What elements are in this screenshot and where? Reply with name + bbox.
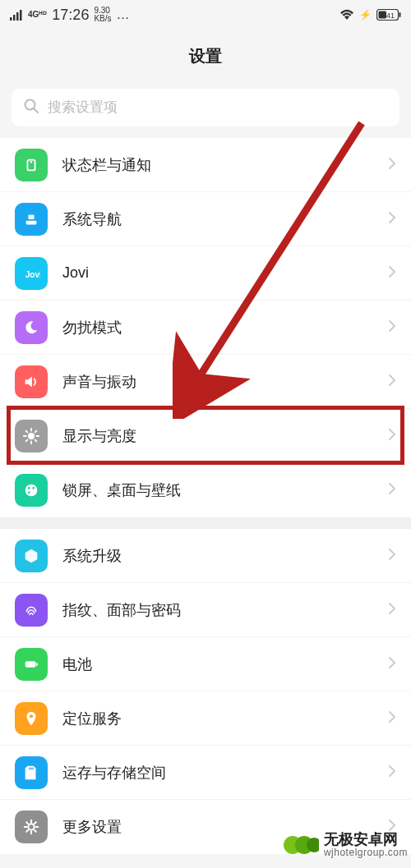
search-box[interactable] bbox=[12, 89, 399, 126]
battery-indicator: 41 bbox=[376, 9, 401, 21]
settings-row-label: 电池 bbox=[62, 654, 388, 674]
svg-rect-6 bbox=[379, 11, 387, 19]
chevron-right-icon bbox=[388, 157, 396, 173]
settings-row-statusbar[interactable]: 状态栏与通知 bbox=[0, 138, 411, 192]
chevron-right-icon bbox=[388, 710, 396, 727]
svg-rect-5 bbox=[399, 12, 401, 17]
svg-rect-0 bbox=[10, 17, 12, 21]
settings-row-sysnav[interactable]: 系统导航 bbox=[0, 192, 411, 246]
settings-row-label: 系统升级 bbox=[62, 546, 388, 566]
brightness-icon bbox=[15, 420, 48, 452]
settings-row-dnd[interactable]: 勿扰模式 bbox=[0, 301, 411, 355]
svg-point-8 bbox=[25, 100, 35, 110]
settings-row-label: 显示与亮度 bbox=[62, 426, 388, 446]
chevron-right-icon bbox=[388, 548, 396, 564]
settings-row-battery[interactable]: 电池 bbox=[0, 637, 411, 691]
settings-row-label: 声音与振动 bbox=[62, 372, 388, 392]
chevron-right-icon bbox=[388, 656, 396, 673]
settings-row-label: 状态栏与通知 bbox=[62, 155, 388, 175]
status-right: ⚡ 41 bbox=[339, 9, 401, 21]
chevron-right-icon bbox=[388, 374, 396, 390]
settings-row-sysupgrade[interactable]: 系统升级 bbox=[0, 529, 411, 583]
chevron-right-icon bbox=[388, 211, 396, 227]
chevron-right-icon bbox=[388, 765, 396, 781]
palette-icon bbox=[15, 474, 48, 507]
svg-line-9 bbox=[35, 109, 39, 113]
signal-icon bbox=[10, 9, 23, 21]
pin-icon bbox=[15, 702, 48, 735]
chevron-right-icon bbox=[388, 602, 396, 618]
watermark-logo-icon bbox=[283, 827, 319, 863]
wifi-icon bbox=[339, 9, 354, 21]
settings-row-label: 指纹、面部与密码 bbox=[62, 600, 388, 620]
gear-icon bbox=[15, 811, 48, 843]
moon-icon bbox=[15, 311, 48, 344]
fingerprint-icon bbox=[15, 594, 48, 627]
notification-icon bbox=[15, 149, 48, 181]
settings-group: 系统升级指纹、面部与密码电池定位服务运存与存储空间更多设置 bbox=[0, 529, 411, 854]
battery-icon bbox=[15, 648, 48, 681]
svg-text:41: 41 bbox=[386, 11, 395, 20]
sd-icon bbox=[15, 756, 48, 789]
net-speed-unit: KB/s bbox=[94, 15, 111, 23]
settings-row-jovi[interactable]: Jovi bbox=[0, 246, 411, 301]
search-input[interactable] bbox=[48, 99, 388, 116]
chevron-right-icon bbox=[388, 428, 396, 444]
settings-row-sound[interactable]: 声音与振动 bbox=[0, 355, 411, 409]
search-container bbox=[0, 82, 411, 138]
chevron-right-icon bbox=[388, 482, 396, 498]
settings-row-label: 运存与存储空间 bbox=[62, 763, 388, 783]
chevron-right-icon bbox=[388, 265, 396, 282]
settings-row-location[interactable]: 定位服务 bbox=[0, 691, 411, 746]
volume-icon bbox=[15, 365, 48, 398]
network-label: 4Gᴴᴰ bbox=[28, 11, 47, 19]
settings-row-lockscreen[interactable]: 锁屏、桌面与壁纸 bbox=[0, 463, 411, 517]
settings-row-label: 锁屏、桌面与壁纸 bbox=[62, 480, 388, 500]
svg-rect-1 bbox=[13, 15, 16, 21]
watermark-url: wjhotelgroup.com bbox=[324, 847, 408, 858]
settings-group: 状态栏与通知系统导航Jovi勿扰模式声音与振动显示与亮度锁屏、桌面与壁纸 bbox=[0, 138, 411, 517]
settings-row-storage[interactable]: 运存与存储空间 bbox=[0, 746, 411, 800]
settings-row-label: 系统导航 bbox=[62, 209, 388, 229]
clock: 17:26 bbox=[52, 7, 89, 24]
page-header: 设置 bbox=[0, 30, 411, 82]
status-left: 4Gᴴᴰ 17:26 9.30 KB/s … bbox=[10, 7, 132, 24]
settings-row-label: 定位服务 bbox=[62, 709, 388, 728]
cube-icon bbox=[15, 540, 48, 572]
group-divider bbox=[0, 517, 411, 529]
watermark: 无极安卓网 wjhotelgroup.com bbox=[283, 827, 408, 863]
settings-row-display[interactable]: 显示与亮度 bbox=[0, 409, 411, 463]
watermark-title: 无极安卓网 bbox=[324, 832, 408, 848]
status-bar: 4Gᴴᴰ 17:26 9.30 KB/s … ⚡ 41 bbox=[0, 0, 411, 30]
page-title: 设置 bbox=[189, 45, 222, 67]
settings-list: 状态栏与通知系统导航Jovi勿扰模式声音与振动显示与亮度锁屏、桌面与壁纸系统升级… bbox=[0, 138, 411, 854]
more-indicator: … bbox=[117, 7, 132, 22]
settings-row-label: Jovi bbox=[62, 264, 388, 282]
settings-row-biometrics[interactable]: 指纹、面部与密码 bbox=[0, 583, 411, 637]
svg-rect-3 bbox=[20, 10, 22, 21]
settings-row-label: 勿扰模式 bbox=[62, 318, 388, 338]
svg-rect-2 bbox=[16, 12, 19, 21]
nav-icon bbox=[15, 203, 48, 236]
charging-icon: ⚡ bbox=[359, 9, 372, 21]
search-icon bbox=[23, 98, 39, 117]
jovi-icon bbox=[15, 257, 48, 290]
chevron-right-icon bbox=[388, 319, 396, 336]
